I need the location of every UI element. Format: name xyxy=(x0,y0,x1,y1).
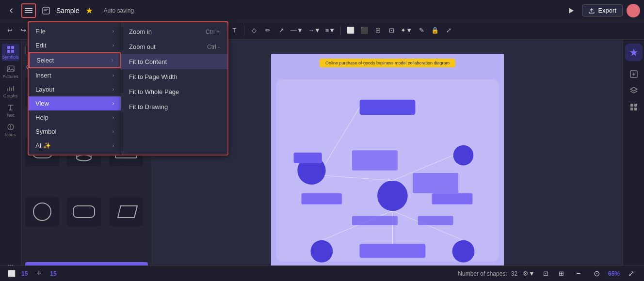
svg-point-31 xyxy=(453,145,474,166)
menu-item-symbol[interactable]: Symbol › xyxy=(29,125,121,139)
svg-rect-29 xyxy=(360,100,416,115)
submenu-fit-whole-page[interactable]: Fit to Whole Page xyxy=(121,84,227,99)
expand-panel-button[interactable]: ⤢ xyxy=(624,266,638,281)
main-menu: File › Edit › Select › Insert › Layout ›… xyxy=(29,22,121,155)
svg-rect-46 xyxy=(352,216,398,225)
add-page-button[interactable]: + xyxy=(32,266,46,281)
chevron-right-icon: › xyxy=(113,29,114,34)
svg-rect-8 xyxy=(11,50,14,53)
container-button[interactable]: ⬜ xyxy=(345,24,356,37)
line-tool[interactable]: ↗ xyxy=(275,24,287,37)
svg-point-21 xyxy=(77,155,91,161)
menu-item-insert[interactable]: Insert › xyxy=(29,68,121,82)
properties-panel-button[interactable] xyxy=(627,67,641,81)
line-weight[interactable]: ≡▼ xyxy=(324,24,337,37)
zoom-slider[interactable]: ⊙ xyxy=(590,266,604,281)
ai-assist-button[interactable] xyxy=(625,44,643,61)
chevron-right-icon: › xyxy=(113,73,114,78)
undo-button[interactable]: ↩ xyxy=(4,24,16,37)
svg-rect-51 xyxy=(630,104,633,107)
svg-rect-35 xyxy=(432,193,472,204)
shapes-label: Number of shapes: xyxy=(458,270,507,277)
svg-rect-45 xyxy=(352,150,398,171)
expand-button[interactable]: ⊡ xyxy=(386,24,397,37)
share-button[interactable]: ⤢ xyxy=(443,24,454,37)
menu-item-layout[interactable]: Layout › xyxy=(29,82,121,96)
play-button[interactable] xyxy=(564,3,578,18)
svg-point-36 xyxy=(310,240,333,263)
svg-rect-9 xyxy=(7,66,14,72)
line-style[interactable]: —▼ xyxy=(289,24,305,37)
menu-item-ai[interactable]: AI ✨ › xyxy=(29,139,121,153)
layout-button[interactable]: ⊞ xyxy=(556,267,567,280)
svg-point-37 xyxy=(452,240,475,263)
submenu-fit-drawing[interactable]: Fit to Drawing xyxy=(121,99,227,114)
svg-point-25 xyxy=(33,203,51,220)
right-sidebar xyxy=(623,40,644,281)
edit-button[interactable]: ✎ xyxy=(416,24,427,37)
menu-item-select[interactable]: Select › xyxy=(29,52,121,68)
sidebar-item-icons[interactable]: Icons xyxy=(2,121,19,139)
svg-rect-2 xyxy=(25,12,32,13)
left-sidebar: Symbols Pictures Graphs Text Icons More xyxy=(0,40,21,281)
chevron-right-icon: › xyxy=(113,115,114,120)
sidebar-item-text[interactable]: Text xyxy=(2,102,19,119)
sidebar-item-symbols[interactable]: Symbols xyxy=(2,44,19,61)
submenu-fit-content[interactable]: Fit to Content xyxy=(121,54,227,69)
menu-item-view[interactable]: View › xyxy=(29,96,121,110)
sparkle-button[interactable]: ✦▼ xyxy=(399,24,414,37)
shape-parallelogram[interactable] xyxy=(109,197,143,226)
page-display: 15 xyxy=(50,270,56,277)
svg-rect-34 xyxy=(302,193,342,204)
chevron-right-icon: › xyxy=(113,87,114,92)
hamburger-menu-button[interactable] xyxy=(21,3,36,18)
chevron-right-icon: › xyxy=(112,58,113,63)
svg-rect-53 xyxy=(630,108,633,110)
sidebar-item-pictures[interactable]: Pictures xyxy=(2,63,19,80)
arrow-style[interactable]: →▼ xyxy=(306,24,322,37)
star-button[interactable]: ★ xyxy=(82,3,97,18)
svg-rect-54 xyxy=(634,108,637,110)
shape-circle-filled[interactable] xyxy=(25,197,59,226)
svg-marker-49 xyxy=(630,48,638,56)
svg-rect-47 xyxy=(413,173,458,193)
topbar-right: Export xyxy=(564,3,640,18)
pages-panel-button[interactable]: ⬜ xyxy=(6,267,17,280)
diagram-canvas: Online purchase of goods business model … xyxy=(271,54,504,267)
table-button[interactable]: ⊞ xyxy=(372,24,384,37)
fit-view-button[interactable]: ⊡ xyxy=(540,267,552,280)
menu-item-help[interactable]: Help › xyxy=(29,110,121,125)
chevron-right-icon: › xyxy=(113,101,114,106)
shape-button[interactable]: ◇ xyxy=(248,24,260,37)
layers-button[interactable] xyxy=(627,83,641,98)
menu-item-edit[interactable]: Edit › xyxy=(29,38,121,52)
swimlane-button[interactable]: ⬛ xyxy=(358,24,370,37)
settings-button[interactable]: ⚙▼ xyxy=(521,267,536,280)
submenu-zoom-in[interactable]: Zoom in Ctrl + xyxy=(121,24,227,39)
svg-rect-48 xyxy=(418,216,453,225)
menu-item-file[interactable]: File › xyxy=(29,24,121,38)
submenu-zoom-out[interactable]: Zoom out Ctrl - xyxy=(121,39,227,54)
svg-point-33 xyxy=(377,181,408,211)
svg-point-10 xyxy=(8,67,10,69)
back-button[interactable] xyxy=(4,3,18,18)
svg-rect-6 xyxy=(11,46,14,49)
sidebar-item-graphs[interactable]: Graphs xyxy=(2,82,19,100)
tab-icon[interactable] xyxy=(39,3,53,18)
svg-marker-4 xyxy=(569,8,574,14)
chevron-right-icon: › xyxy=(113,129,114,134)
bottombar: ⬜ 15 + 15 Number of shapes: 32 ⚙▼ ⊡ ⊞ − … xyxy=(0,265,644,281)
user-avatar[interactable] xyxy=(627,4,640,17)
shape-rounded-rect[interactable] xyxy=(67,197,101,226)
zoom-out-button[interactable]: − xyxy=(571,266,586,281)
menu-overlay: File › Edit › Select › Insert › Layout ›… xyxy=(28,21,228,156)
pencil-button[interactable]: ✏ xyxy=(262,24,274,37)
apps-button[interactable] xyxy=(627,100,641,114)
svg-rect-5 xyxy=(7,46,10,49)
export-button[interactable]: Export xyxy=(582,4,623,16)
submenu-fit-page-width[interactable]: Fit to Page Width xyxy=(121,69,227,84)
lock-button[interactable]: 🔒 xyxy=(429,24,441,37)
svg-rect-38 xyxy=(360,244,426,258)
text-button[interactable]: T xyxy=(228,24,240,37)
autosave-status: Auto saving xyxy=(103,7,134,14)
